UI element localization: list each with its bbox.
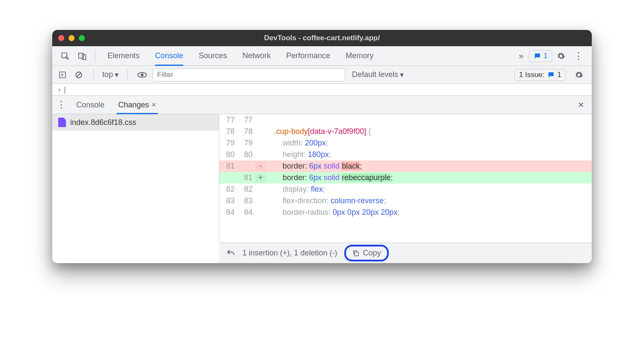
inspect-icon[interactable]: [57, 52, 74, 60]
device-toggle-icon[interactable]: [74, 52, 91, 60]
changed-file-item[interactable]: index.8d6c6f18.css: [52, 114, 219, 130]
kebab-menu-icon[interactable]: ⋮: [569, 50, 587, 62]
css-file-icon: [58, 118, 66, 127]
more-tabs-icon[interactable]: »: [516, 51, 526, 61]
tab-network[interactable]: Network: [235, 46, 278, 66]
minimize-window-icon[interactable]: [69, 35, 75, 41]
traffic-lights: [58, 35, 85, 41]
issue-counter[interactable]: 1 Issue: 1: [514, 69, 566, 81]
diff-row: 8383 flex-direction: column-reverse;: [219, 195, 592, 207]
svg-rect-1: [79, 53, 84, 58]
diff-row: 7979 width: 200px;: [219, 137, 592, 149]
tab-performance[interactable]: Performance: [278, 46, 338, 66]
live-expression-icon[interactable]: [136, 69, 148, 81]
diff-row: 8080 height: 180px;: [219, 149, 592, 160]
drawer-tab-changes[interactable]: Changes×: [111, 95, 163, 114]
zoom-window-icon[interactable]: [79, 35, 85, 41]
issues-badge[interactable]: 1: [529, 50, 552, 62]
changes-sidebar: index.8d6c6f18.css: [52, 114, 219, 243]
tab-memory[interactable]: Memory: [338, 46, 381, 66]
drawer-tab-console[interactable]: Console: [69, 95, 111, 114]
diff-row: 7878.cup-body[data-v-7a0f9f00] {: [219, 126, 592, 137]
console-toolbar: top▾ Default levels▾ 1 Issue: 1: [52, 66, 592, 84]
titlebar: DevTools - coffee-cart.netlify.app/: [52, 30, 592, 46]
devtools-window: DevTools - coffee-cart.netlify.app/ Elem…: [52, 30, 592, 263]
settings-icon[interactable]: [552, 52, 569, 60]
undo-icon[interactable]: [226, 249, 236, 258]
drawer-tabbar: ⋮ ConsoleChanges× ×: [52, 95, 592, 114]
diff-summary: 1 insertion (+), 1 deletion (-): [242, 249, 337, 258]
close-window-icon[interactable]: [58, 35, 64, 41]
filter-input[interactable]: [152, 68, 345, 81]
window-title: DevTools - coffee-cart.netlify.app/: [264, 34, 380, 42]
diff-row: 7777: [219, 114, 592, 126]
diff-row: 8484 border-radius: 0px 0px 20px 20px;: [219, 207, 592, 218]
toggle-drawer-icon[interactable]: [57, 69, 69, 81]
drawer-body: index.8d6c6f18.css 77777878.cup-body[dat…: [52, 114, 592, 243]
close-drawer-icon[interactable]: ×: [575, 99, 587, 111]
diff-row: 8282 display: flex;: [219, 184, 592, 195]
tab-console[interactable]: Console: [147, 46, 191, 66]
drawer-menu-icon[interactable]: ⋮: [57, 99, 69, 110]
tab-elements[interactable]: Elements: [100, 46, 147, 66]
changes-footer: 1 insertion (+), 1 deletion (-) Copy: [219, 243, 592, 263]
levels-selector[interactable]: Default levels▾: [352, 70, 404, 80]
copy-label: Copy: [363, 249, 381, 258]
diff-row: 81+ border: 6px solid rebeccapurple;: [219, 172, 592, 184]
svg-point-6: [141, 73, 143, 76]
close-tab-icon[interactable]: ×: [152, 101, 156, 110]
file-name: index.8d6c6f18.css: [70, 118, 136, 127]
console-prompt[interactable]: ›: [52, 84, 592, 95]
tab-sources[interactable]: Sources: [191, 46, 235, 66]
clear-console-icon[interactable]: [73, 69, 85, 81]
diff-view[interactable]: 77777878.cup-body[data-v-7a0f9f00] {7979…: [219, 114, 592, 243]
console-settings-icon[interactable]: [570, 71, 587, 79]
context-selector[interactable]: top▾: [102, 70, 119, 80]
svg-rect-7: [355, 252, 358, 256]
main-tabbar: ElementsConsoleSourcesNetworkPerformance…: [52, 46, 592, 66]
issues-badge-count: 1: [544, 52, 548, 60]
copy-button[interactable]: Copy: [344, 245, 389, 261]
diff-row: 81- border: 6px solid black;: [219, 160, 592, 172]
